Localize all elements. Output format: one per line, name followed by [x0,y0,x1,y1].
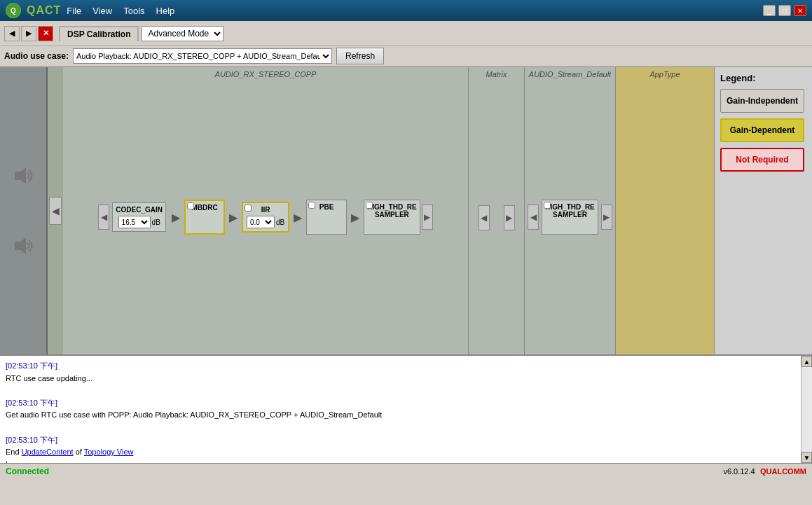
console-line-2: RTC use case updating... [6,373,795,385]
window-controls: _ □ ✕ [763,5,806,16]
toolbar-forward-icon[interactable]: ▶ [21,26,36,41]
qualcomm-brand: QUALCOMM [760,466,806,476]
audio-stream-section: AUDIO_Stream_Default ◀ HIGH_THD_RESAMPLE… [525,67,616,354]
audio-use-case-select-wrapper[interactable]: Audio Playback: AUDIO_RX_STEREO_COPP + A… [73,48,332,64]
console-scrollbar[interactable]: ▲ ▼ [801,356,812,463]
iir-checkbox[interactable] [245,205,252,212]
legend-panel: Legend: Gain-Independent Gain-Dependent … [714,67,812,354]
copp-blocks: ◀ CODEC_GAIN 16.5 dB ▶ MBDRC ▶ [63,80,468,354]
matrix-right-nav[interactable]: ▶ [504,205,515,230]
app-logo: Q [6,3,21,18]
status-version: v6.0.12.4 [723,467,755,476]
title-bar-left: Q QACT File View Tools Help [6,3,174,18]
close-button[interactable]: ✕ [794,5,806,16]
console-link-topology[interactable]: Topology View [84,448,134,456]
high-thd-copp-checkbox[interactable] [366,202,373,209]
copp-label: AUDIO_RX_STEREO_COPP [63,67,468,80]
arrow-1: ▶ [169,211,183,224]
left-nav-btn[interactable]: ◀ [49,197,62,225]
mbdrc-title: MBDRC [191,204,217,212]
topology-area: ◀ AUDIO_RX_STEREO_COPP ◀ CODEC_GAIN 16.5… [0,67,812,354]
speaker-zone [0,67,48,354]
copp-right-nav[interactable]: ▶ [422,205,433,230]
codec-gain-select[interactable]: 16.5 [118,216,151,228]
qualcomm-text: QUALCOMM [760,467,806,476]
scroll-track [801,367,812,452]
console-link-update[interactable]: UpdateContent [22,448,74,456]
console-line-6 [6,422,795,434]
apptype-section: AppType [616,67,714,354]
console-timestamp-3: [02:53:10 下午] [6,436,57,444]
high-thd-copp-title: HIGH_THD_RESAMPLER [367,203,417,219]
scroll-down-btn[interactable]: ▼ [801,452,812,463]
copp-section: AUDIO_RX_STEREO_COPP ◀ CODEC_GAIN 16.5 d… [63,67,469,354]
apptype-label: AppType [616,67,714,81]
menu-bar: File View Tools Help [67,6,174,16]
svg-marker-3 [15,237,26,254]
stream-left-nav[interactable]: ◀ [528,205,539,230]
console-content: [02:53:10 下午] RTC use case updating... [… [0,356,801,463]
pbe-block[interactable]: PBE [306,200,347,235]
codec-gain-control[interactable]: 16.5 dB [118,216,160,228]
arrow-4: ▶ [348,211,362,224]
left-nav-arrow[interactable]: ◀ [48,67,63,354]
tab-dsp-calibration[interactable]: DSP Calibration [59,26,139,41]
iir-title: IIR [261,206,270,214]
console-cursor: | [6,459,795,463]
high-thd-copp-block[interactable]: HIGH_THD_RESAMPLER [364,200,420,235]
audio-use-case-bar: Audio use case: Audio Playback: AUDIO_RX… [0,46,812,67]
console-line-3 [6,385,795,397]
iir-block[interactable]: IIR 0.0 dB [242,202,289,233]
legend-gain-independent[interactable]: Gain-Independent [720,89,804,113]
minimize-button[interactable]: _ [763,5,776,16]
speaker-bottom-icon [9,232,37,260]
stream-blocks: ◀ HIGH_THD_RESAMPLER ▶ [525,80,615,354]
app-title: QACT [27,4,61,17]
legend-gain-dependent[interactable]: Gain-Dependent [720,118,804,142]
legend-title: Legend: [720,73,806,83]
menu-help[interactable]: Help [156,6,175,16]
arrow-3: ▶ [291,211,305,224]
iir-select[interactable]: 0.0 [247,216,275,228]
console-line-5: Get audio RTC use case with POPP: Audio … [6,409,795,422]
console-line-1: [02:53:10 下午] [6,360,795,373]
high-thd-stream-checkbox[interactable] [544,202,551,209]
audio-use-case-dropdown[interactable]: Audio Playback: AUDIO_RX_STEREO_COPP + A… [73,48,332,64]
menu-tools[interactable]: Tools [123,6,144,16]
codec-gain-unit: dB [152,219,160,226]
codec-gain-title: CODEC_GAIN [116,206,163,214]
stream-right-nav[interactable]: ▶ [601,205,612,230]
pbe-checkbox[interactable] [308,202,315,209]
copp-left-nav[interactable]: ◀ [98,205,109,230]
svg-marker-2 [15,167,26,184]
pbe-title: PBE [319,203,334,211]
audio-use-case-label: Audio use case: [4,51,69,61]
matrix-section: Matrix ◀ ▶ [469,67,525,354]
matrix-left-nav[interactable]: ◀ [479,205,490,230]
advanced-mode-select[interactable]: Advanced Mode Basic Mode [142,26,223,41]
console-line-8: End UpdateContent of Topology View [6,446,795,459]
mbdrc-block[interactable]: MBDRC [184,200,225,235]
maximize-button[interactable]: □ [778,5,791,16]
high-thd-stream-block[interactable]: HIGH_THD_RESAMPLER [542,200,598,235]
codec-gain-block[interactable]: CODEC_GAIN 16.5 dB [112,202,166,232]
scroll-up-btn[interactable]: ▲ [801,356,812,367]
console-timestamp-2: [02:53:10 下午] [6,399,57,407]
toolbar-icons: ◀ ▶ ✕ [4,26,53,41]
iir-control[interactable]: 0.0 dB [247,216,284,228]
mbdrc-checkbox[interactable] [187,202,194,209]
legend-not-required[interactable]: Not Required [720,148,804,172]
console-line-7: [02:53:10 下午] [6,434,795,447]
status-bar: Connected v6.0.12.4 QUALCOMM [0,463,812,478]
advanced-mode-dropdown[interactable]: Advanced Mode Basic Mode [142,26,223,41]
status-right: v6.0.12.4 QUALCOMM [723,466,806,476]
menu-view[interactable]: View [92,6,112,16]
toolbar-back-icon[interactable]: ◀ [4,26,20,41]
speaker-top-icon [9,162,37,190]
menu-file[interactable]: File [67,6,81,16]
refresh-button[interactable]: Refresh [336,48,384,64]
status-connected: Connected [6,466,49,476]
console-area: [02:53:10 下午] RTC use case updating... [… [0,354,812,463]
title-bar: Q QACT File View Tools Help _ □ ✕ [0,0,812,21]
toolbar-close-icon[interactable]: ✕ [38,26,53,41]
